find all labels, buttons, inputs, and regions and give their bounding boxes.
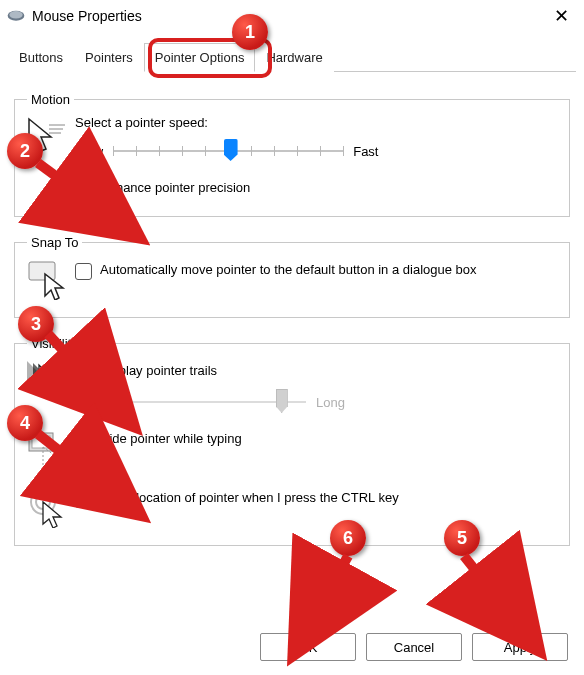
- snapto-label: Automatically move pointer to the defaul…: [100, 262, 477, 277]
- hide-typing-label: Hide pointer while typing: [100, 431, 242, 446]
- tab-buttons[interactable]: Buttons: [8, 43, 74, 72]
- pointer-speed-slider[interactable]: [113, 140, 343, 162]
- display-trails-checkbox[interactable]: [75, 364, 92, 381]
- title-bar: Mouse Properties ✕: [0, 0, 584, 32]
- trails-icon: [27, 359, 75, 404]
- svg-point-1: [9, 11, 22, 18]
- cancel-button[interactable]: Cancel: [366, 633, 462, 661]
- close-button[interactable]: ✕: [538, 0, 584, 32]
- show-location-label: Show location of pointer when I press th…: [100, 490, 399, 505]
- motion-legend: Motion: [27, 92, 74, 107]
- motion-group: Motion Select a pointer speed: Slow: [14, 92, 570, 217]
- tab-pointers[interactable]: Pointers: [74, 43, 144, 72]
- snapto-icon: [27, 258, 75, 303]
- snapto-checkbox[interactable]: [75, 263, 92, 280]
- visibility-legend: Visibility: [27, 336, 82, 351]
- apply-button[interactable]: Apply: [472, 633, 568, 661]
- enhance-precision-label: Enhance pointer precision: [100, 180, 250, 195]
- tab-content: Motion Select a pointer speed: Slow: [0, 72, 584, 624]
- visibility-group: Visibility Display pointer trails Short: [14, 336, 570, 546]
- dialog-buttons: OK Cancel Apply: [260, 633, 568, 661]
- hide-typing-icon: [27, 427, 75, 472]
- tab-pointer-options[interactable]: Pointer Options: [144, 43, 256, 72]
- enhance-precision-checkbox[interactable]: [75, 181, 92, 198]
- svg-rect-7: [32, 436, 50, 448]
- fast-label: Fast: [353, 144, 378, 159]
- show-location-icon: [27, 486, 75, 531]
- svg-rect-5: [29, 262, 55, 280]
- show-location-checkbox[interactable]: [75, 491, 92, 508]
- long-label: Long: [316, 395, 345, 410]
- ok-button[interactable]: OK: [260, 633, 356, 661]
- slow-label: Slow: [75, 144, 103, 159]
- select-speed-label: Select a pointer speed:: [75, 115, 557, 130]
- display-trails-label: Display pointer trails: [100, 363, 217, 378]
- short-label: Short: [75, 395, 106, 410]
- hide-typing-checkbox[interactable]: [75, 432, 92, 449]
- tab-strip: Buttons Pointers Pointer Options Hardwar…: [8, 42, 576, 72]
- trails-length-slider: [116, 391, 306, 413]
- window-title: Mouse Properties: [32, 8, 142, 24]
- mouse-icon: [6, 9, 26, 23]
- snapto-group: Snap To Automatically move pointer to th…: [14, 235, 570, 318]
- snapto-legend: Snap To: [27, 235, 82, 250]
- tab-hardware[interactable]: Hardware: [255, 43, 333, 72]
- motion-icon: [27, 115, 75, 160]
